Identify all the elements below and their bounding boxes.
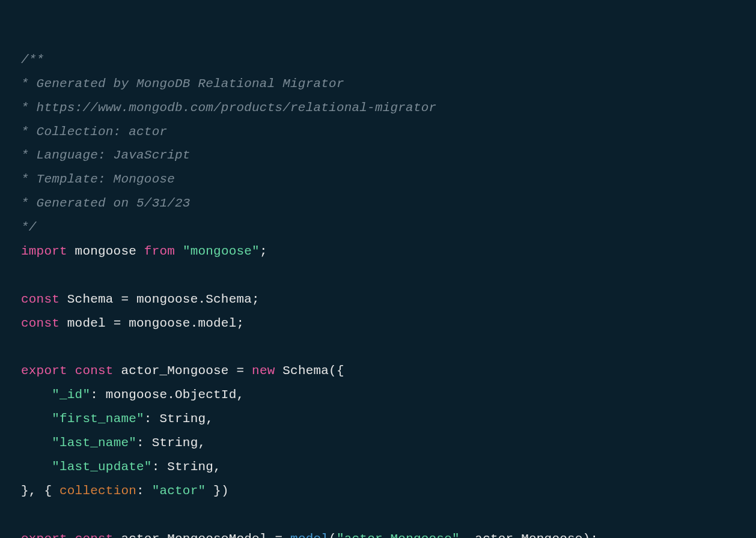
code-line: }, { collection: "actor" }) — [21, 484, 229, 498]
identifier: actor_MongooseModel = — [114, 532, 290, 538]
string-key: "first_name" — [52, 412, 144, 426]
string-literal: "mongoose" — [183, 244, 260, 258]
code-text: : String, — [152, 460, 221, 474]
comment-line: * Generated on 5/31/23 — [21, 196, 191, 210]
keyword-import: import — [21, 244, 67, 258]
indent — [21, 388, 52, 402]
comment-line: * Generated by MongoDB Relational Migrat… — [21, 77, 344, 91]
property-name: collection — [59, 484, 136, 498]
identifier: actor_Mongoose = — [114, 364, 252, 378]
code-text: : String, — [144, 412, 213, 426]
code-line: const model = mongoose.model; — [21, 316, 244, 330]
code-text: model = mongoose.model; — [59, 316, 244, 330]
comment-line: * Language: JavaScript — [21, 148, 191, 162]
keyword-export: export — [21, 532, 67, 538]
space — [175, 244, 183, 258]
comment-line: * Template: Mongoose — [21, 172, 175, 186]
code-text: , actor_Mongoose); — [460, 532, 598, 538]
string-key: "last_update" — [52, 460, 151, 474]
space — [67, 532, 75, 538]
string-literal: "actor_Mongoose" — [337, 532, 460, 538]
space — [67, 364, 75, 378]
indent — [21, 412, 52, 426]
code-line: "first_name": String, — [21, 412, 213, 426]
semicolon: ; — [260, 244, 267, 258]
keyword-const: const — [75, 364, 114, 378]
function-call: model — [290, 532, 329, 538]
code-line: "_id": mongoose.ObjectId, — [21, 388, 244, 402]
code-text: Schema({ — [275, 364, 344, 378]
code-line: export const actor_MongooseModel = model… — [21, 532, 598, 538]
comment-line: * Collection: actor — [21, 125, 167, 139]
indent — [21, 460, 52, 474]
keyword-const: const — [75, 532, 114, 538]
code-text: : mongoose.ObjectId, — [90, 388, 244, 402]
keyword-const: const — [21, 292, 59, 306]
code-text: Schema = mongoose.Schema; — [59, 292, 260, 306]
paren: ( — [329, 532, 337, 538]
code-text: }) — [206, 484, 228, 498]
indent — [21, 436, 52, 450]
code-line: export const actor_Mongoose = new Schema… — [21, 364, 344, 378]
code-line: "last_update": String, — [21, 460, 221, 474]
code-line: const Schema = mongoose.Schema; — [21, 292, 260, 306]
keyword-const: const — [21, 316, 59, 330]
keyword-export: export — [21, 364, 67, 378]
string-key: "last_name" — [52, 436, 136, 450]
string-literal: "actor" — [152, 484, 206, 498]
keyword-new: new — [252, 364, 275, 378]
punct: : — [136, 484, 152, 498]
identifier: mongoose — [67, 244, 144, 258]
string-key: "_id" — [52, 388, 90, 402]
code-text: : String, — [136, 436, 206, 450]
comment-line: */ — [21, 220, 37, 234]
code-line: "last_name": String, — [21, 436, 206, 450]
code-block: /** * Generated by MongoDB Relational Mi… — [21, 24, 735, 538]
comment-line: /** — [21, 53, 44, 67]
keyword-from: from — [144, 244, 175, 258]
code-line: import mongoose from "mongoose"; — [21, 244, 267, 258]
code-text: }, { — [21, 484, 59, 498]
comment-line: * https://www.mongodb.com/products/relat… — [21, 101, 436, 115]
